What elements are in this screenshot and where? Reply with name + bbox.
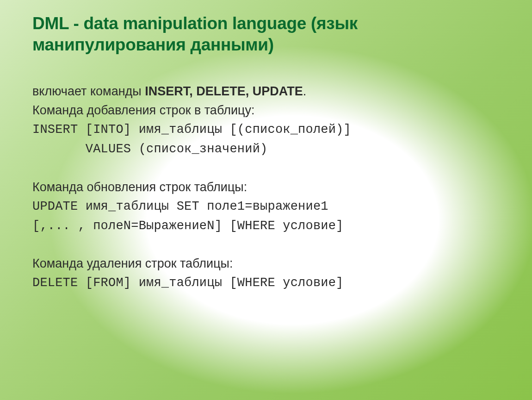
delete-code: DELETE [FROM] имя_таблицы [WHERE условие…: [32, 274, 500, 293]
intro-commands: INSERT, DELETE, UPDATE: [145, 84, 303, 98]
insert-caption: Команда добавления строк в таблицу:: [32, 101, 500, 120]
slide-body: включает команды INSERT, DELETE, UPDATE.…: [32, 82, 500, 294]
update-caption: Команда обновления строк таблицы:: [32, 178, 500, 197]
slide-title: DML - data manipulation language (язык м…: [32, 13, 500, 56]
update-code: UPDATE имя_таблицы SET поле1=выражение1 …: [32, 197, 500, 236]
insert-code: INSERT [INTO] имя_таблицы [(список_полей…: [32, 120, 500, 159]
intro-line: включает команды INSERT, DELETE, UPDATE.: [32, 82, 500, 101]
delete-section: Команда удаления строк таблицы: DELETE […: [32, 254, 500, 293]
update-section: Команда обновления строк таблицы: UPDATE…: [32, 178, 500, 236]
intro-label: включает команды: [32, 84, 145, 98]
insert-section: Команда добавления строк в таблицу: INSE…: [32, 101, 500, 159]
intro-tail: .: [303, 84, 307, 98]
slide: DML - data manipulation language (язык м…: [0, 0, 532, 400]
delete-caption: Команда удаления строк таблицы:: [32, 254, 500, 274]
